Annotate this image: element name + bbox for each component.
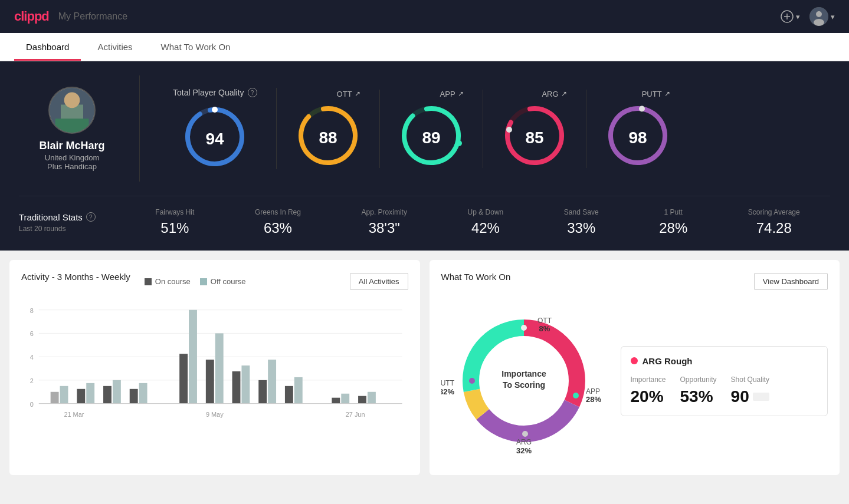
bar — [113, 380, 121, 404]
wtwo-donut-chart: Importance To Scoring OTT 8% APP 28% ARG… — [441, 298, 607, 463]
arg-svg: 85 — [502, 103, 567, 168]
bar — [368, 392, 376, 404]
arg-indicator — [631, 357, 638, 364]
svg-text:PUTT: PUTT — [441, 379, 455, 387]
svg-point-27 — [639, 106, 645, 111]
svg-point-60 — [469, 378, 475, 384]
bar — [103, 386, 112, 404]
svg-point-59 — [522, 431, 528, 437]
app-arrow: ↗ — [458, 90, 464, 98]
player-quality-row: Blair McHarg United Kingdom Plus Handica… — [19, 75, 830, 182]
donut-svg: Importance To Scoring OTT 8% APP 28% ARG… — [441, 298, 607, 463]
player-photo — [50, 87, 94, 134]
importance-value: 20% — [631, 387, 666, 406]
svg-text:8: 8 — [30, 307, 34, 314]
all-activities-button[interactable]: All Activities — [350, 273, 408, 290]
user-menu[interactable]: ▾ — [809, 7, 835, 26]
bar — [179, 354, 188, 403]
sand-save-label: Sand Save — [564, 208, 599, 216]
legend-on-course: On course — [145, 277, 191, 286]
tab-dashboard[interactable]: Dashboard — [14, 35, 81, 61]
on-course-color — [145, 278, 152, 285]
plus-circle-icon — [781, 10, 794, 23]
add-button[interactable]: ▾ — [781, 10, 800, 23]
one-putt-label: 1 Putt — [664, 208, 683, 216]
tab-activities[interactable]: Activities — [86, 35, 144, 61]
svg-text:32%: 32% — [441, 387, 454, 396]
player-country: United Kingdom — [45, 153, 100, 162]
app-proximity-label: App. Proximity — [362, 208, 407, 216]
player-info: Blair McHarg United Kingdom Plus Handica… — [19, 87, 125, 171]
wtwo-info-card: ARG Rough Importance 20% Opportunity 53%… — [621, 346, 828, 416]
putt-gauge: PUTT ↗ 98 — [586, 90, 689, 168]
wtwo-metrics: Importance 20% Opportunity 53% Shot Qual… — [631, 375, 818, 406]
svg-text:2: 2 — [30, 377, 34, 384]
arg-arrow: ↗ — [561, 90, 567, 98]
add-chevron: ▾ — [796, 12, 800, 21]
app-header: clippd My Performance ▾ ▾ — [0, 0, 849, 33]
bar — [77, 389, 85, 404]
svg-text:OTT: OTT — [537, 317, 552, 325]
avatar — [809, 7, 828, 26]
svg-text:APP: APP — [586, 387, 600, 396]
bar — [241, 365, 250, 404]
shot-quality-value: 90 — [731, 387, 769, 406]
svg-text:ARG: ARG — [516, 438, 531, 446]
bar — [189, 310, 197, 404]
trad-help-icon[interactable]: ? — [86, 212, 96, 222]
one-putt-value: 28% — [659, 220, 687, 236]
stats-banner: Blair McHarg United Kingdom Plus Handica… — [0, 61, 849, 251]
scoring-average: Scoring Average 74.28 — [748, 208, 800, 236]
opportunity-metric: Opportunity 53% — [680, 375, 717, 406]
bar — [215, 333, 224, 403]
user-avatar-icon — [809, 7, 828, 26]
bottom-panels: Activity - 3 Months - Weekly On course O… — [0, 251, 849, 485]
tab-what-to-work-on[interactable]: What To Work On — [149, 35, 242, 61]
svg-text:6: 6 — [30, 330, 34, 337]
quality-section: Total Player Quality ? 94 OTT ↗ — [154, 88, 830, 169]
view-dashboard-button[interactable]: View Dashboard — [754, 273, 828, 290]
player-avatar — [48, 87, 96, 134]
bar — [332, 398, 340, 404]
putt-label: PUTT ↗ — [642, 90, 670, 98]
svg-text:4: 4 — [30, 354, 34, 361]
importance-metric: Importance 20% — [631, 375, 666, 406]
user-chevron: ▾ — [831, 12, 835, 21]
app-svg: 89 — [399, 103, 464, 168]
ott-arrow: ↗ — [355, 90, 360, 98]
trad-label-section: Traditional Stats ? Last 20 rounds — [19, 212, 125, 233]
scoring-average-label: Scoring Average — [748, 208, 800, 216]
total-quality-svg: 94 — [182, 104, 247, 169]
bar — [258, 380, 267, 404]
chart-area: 8 6 4 2 0 — [21, 301, 408, 430]
svg-text:8%: 8% — [539, 324, 550, 333]
bar — [285, 386, 293, 404]
help-icon[interactable]: ? — [248, 88, 257, 97]
one-putt: 1 Putt 28% — [659, 208, 687, 236]
bar — [341, 394, 349, 404]
fairways-hit-value: 51% — [160, 220, 189, 236]
svg-text:85: 85 — [525, 128, 543, 146]
legend: On course Off course — [145, 277, 246, 286]
activity-chart-panel: Activity - 3 Months - Weekly On course O… — [9, 260, 420, 475]
svg-text:89: 89 — [422, 128, 440, 146]
legend-off-course: Off course — [200, 277, 246, 286]
greens-in-reg-label: Greens In Reg — [255, 208, 301, 216]
up-and-down-label: Up & Down — [468, 208, 504, 216]
header-title: My Performance — [58, 11, 127, 22]
shot-quality-bar — [753, 393, 769, 401]
app-label: APP ↗ — [440, 90, 464, 98]
svg-text:9 May: 9 May — [206, 411, 224, 418]
svg-text:98: 98 — [628, 128, 647, 146]
player-handicap: Plus Handicap — [47, 162, 97, 171]
opportunity-label: Opportunity — [680, 375, 717, 384]
nav-tabs: Dashboard Activities What To Work On — [0, 33, 849, 61]
importance-label: Importance — [631, 375, 666, 384]
up-and-down: Up & Down 42% — [468, 208, 504, 236]
bar — [206, 360, 214, 403]
svg-text:27 Jun: 27 Jun — [346, 411, 365, 418]
svg-text:To Scoring: To Scoring — [502, 380, 545, 390]
svg-point-12 — [212, 107, 218, 113]
svg-text:32%: 32% — [516, 446, 531, 455]
svg-text:88: 88 — [319, 128, 337, 146]
